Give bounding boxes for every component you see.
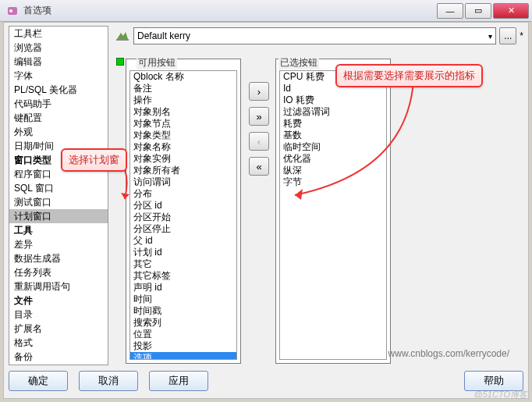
nav-item[interactable]: PL/SQL 美化器 — [9, 83, 108, 97]
list-item[interactable]: 搜索列 — [130, 317, 236, 329]
available-label: 可用按钮 — [137, 56, 177, 69]
profile-icon — [115, 28, 130, 44]
list-item[interactable]: 对象名称 — [130, 141, 236, 153]
titlebar: 首选项 — ▭ ✕ — [0, 0, 532, 22]
nav-item[interactable]: 工具栏 — [9, 27, 108, 41]
list-item[interactable]: 计划 id — [130, 247, 236, 258]
profile-dirty-star: * — [520, 30, 523, 41]
nav-item[interactable]: 测试窗口 — [9, 195, 108, 209]
list-item[interactable]: Qblock 名称 — [130, 71, 236, 83]
annotation-callout-1: 选择计划窗 — [61, 148, 127, 172]
svg-rect-2 — [116, 39, 129, 41]
ok-button[interactable]: 确定 — [9, 371, 68, 391]
list-item[interactable]: 操作 — [130, 94, 236, 106]
selected-label: 已选按钮 — [278, 56, 319, 69]
available-group: Qblock 名称备注操作对象别名对象节点对象类型对象名称对象实例对象所有者访问… — [126, 59, 241, 364]
watermark-url: www.cnblogs.com/kerrycode/ — [388, 348, 509, 359]
nav-item[interactable]: 编辑器 — [9, 55, 108, 69]
nav-item[interactable]: 备份 — [9, 350, 108, 364]
nav-item[interactable]: HTML/XML — [9, 364, 108, 365]
annotation-arrow-2 — [289, 78, 421, 203]
nav-item[interactable]: 任务列表 — [9, 265, 108, 279]
list-item[interactable]: 时间戳 — [130, 305, 236, 317]
list-item[interactable]: 时间 — [130, 293, 236, 305]
svg-point-1 — [9, 9, 12, 12]
apply-button[interactable]: 应用 — [149, 371, 208, 391]
chevron-down-icon: ▾ — [488, 32, 492, 41]
profile-value: Default kerry — [137, 30, 190, 41]
status-indicator-icon — [116, 58, 124, 66]
nav-item[interactable]: 字体 — [9, 69, 108, 83]
list-item[interactable]: 对象类型 — [130, 130, 236, 141]
list-item[interactable]: 备注 — [130, 83, 236, 94]
profile-combo[interactable]: Default kerry ▾ — [133, 27, 496, 44]
nav-item[interactable]: 键配置 — [9, 111, 108, 125]
list-item[interactable]: 分区开始 — [130, 212, 236, 223]
nav-item[interactable]: 差异 — [9, 237, 108, 251]
available-listbox[interactable]: Qblock 名称备注操作对象别名对象节点对象类型对象名称对象实例对象所有者访问… — [129, 70, 237, 360]
nav-item[interactable]: 数据生成器 — [9, 251, 108, 265]
nav-item[interactable]: SQL 窗口 — [9, 181, 108, 195]
add-button[interactable]: › — [249, 82, 269, 101]
button-bar: 确定 取消 应用 帮助 — [9, 368, 523, 393]
list-item[interactable]: 对象别名 — [130, 106, 236, 118]
nav-item[interactable]: 格式 — [9, 336, 108, 350]
cancel-button[interactable]: 取消 — [79, 371, 138, 391]
app-icon — [6, 5, 19, 17]
site-watermark: @51CTO博客 — [474, 389, 527, 400]
annotation-callout-2: 根据需要选择需要展示的指标 — [335, 64, 483, 87]
nav-item[interactable]: 代码助手 — [9, 97, 108, 111]
nav-item[interactable]: 计划窗口 — [9, 209, 108, 223]
close-button[interactable]: ✕ — [493, 3, 529, 19]
list-item[interactable]: 父 id — [130, 235, 236, 247]
list-item[interactable]: 其它标签 — [130, 270, 236, 282]
list-item[interactable]: 声明 id — [130, 282, 236, 293]
profile-more-button[interactable]: ... — [499, 27, 516, 44]
nav-item[interactable]: 外观 — [9, 125, 108, 139]
remove-button[interactable]: ‹ — [249, 132, 269, 151]
window-title: 首选项 — [23, 4, 435, 17]
nav-header: 文件 — [9, 293, 108, 308]
list-item[interactable]: 对象节点 — [130, 118, 236, 130]
list-item[interactable]: 选项 — [130, 352, 236, 360]
nav-item[interactable]: 目录 — [9, 308, 108, 322]
maximize-button[interactable]: ▭ — [465, 3, 491, 19]
list-item[interactable]: 分区停止 — [130, 223, 236, 235]
nav-item[interactable]: 扩展名 — [9, 322, 108, 336]
nav-header: 工具 — [9, 223, 108, 237]
list-item[interactable]: 位置 — [130, 329, 236, 340]
nav-item[interactable]: 浏览器 — [9, 41, 108, 55]
add-all-button[interactable]: » — [249, 107, 269, 126]
remove-all-button[interactable]: « — [249, 157, 269, 176]
nav-item[interactable]: 重新调用语句 — [9, 279, 108, 293]
minimize-button[interactable]: — — [437, 3, 463, 19]
list-item[interactable]: 投影 — [130, 340, 236, 352]
list-item[interactable]: 其它 — [130, 258, 236, 270]
category-tree[interactable]: 工具栏浏览器编辑器字体PL/SQL 美化器代码助手键配置外观日期/时间窗口类型程… — [9, 26, 108, 365]
